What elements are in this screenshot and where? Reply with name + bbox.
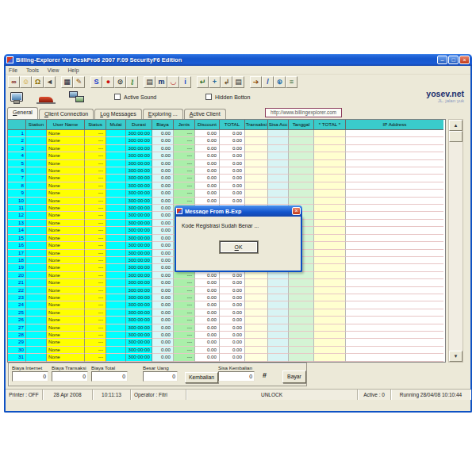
- vertical-scrollbar[interactable]: ▲ ▼: [448, 119, 463, 363]
- table-row[interactable]: 23None---300:00:000.00---0.000.00: [8, 294, 445, 301]
- network-icon[interactable]: [69, 91, 86, 105]
- biaya-total-input[interactable]: 0: [91, 371, 128, 382]
- cell-status: ---: [85, 294, 106, 301]
- menu-view[interactable]: View: [48, 67, 60, 73]
- column-header[interactable]: Tanggal: [289, 120, 314, 130]
- column-header[interactable]: Sisa Acc: [268, 120, 289, 130]
- table-row[interactable]: 30None---300:00:000.00---0.000.00: [8, 347, 445, 354]
- cell-durasi: 300:00:00: [126, 205, 152, 212]
- table-row[interactable]: 24None---300:00:000.00---0.000.00: [8, 301, 445, 309]
- table-row[interactable]: 1None---300:00:000.00---0.000.00: [8, 130, 445, 137]
- checkbox-icon[interactable]: [114, 94, 121, 100]
- menu-tools[interactable]: Tools: [26, 67, 39, 73]
- biaya-transaksi-input[interactable]: 0: [52, 371, 88, 382]
- scroll-up-icon[interactable]: ▲: [449, 120, 463, 131]
- smiley-icon[interactable]: ☺: [20, 76, 32, 88]
- column-header[interactable]: Station: [26, 120, 47, 130]
- redo-icon[interactable]: ↲: [221, 76, 232, 88]
- pen-icon[interactable]: ✎: [73, 76, 85, 88]
- kembalian-button[interactable]: Kembalian: [185, 372, 218, 383]
- key-icon[interactable]: ⚷: [126, 76, 138, 88]
- tab-exploring[interactable]: Exploring ...: [143, 109, 183, 119]
- table-row[interactable]: 20None---300:00:000.00---0.000.00: [8, 272, 445, 279]
- table-row[interactable]: 4None---300:00:000.00---0.000.00: [8, 152, 445, 159]
- network-monitor-2: [75, 96, 84, 102]
- info-icon[interactable]: i: [179, 76, 191, 88]
- find-icon[interactable]: ∞: [8, 76, 20, 88]
- table-row[interactable]: 27None---300:00:000.00---0.000.00: [8, 324, 445, 332]
- minimize-icon[interactable]: –: [437, 56, 447, 64]
- scroll-down-icon[interactable]: ▼: [449, 351, 463, 362]
- menu-file[interactable]: File: [9, 67, 17, 73]
- computer-icon[interactable]: [10, 92, 23, 102]
- column-header[interactable]: * TOTAL *: [314, 120, 346, 130]
- column-header[interactable]: Mulai: [106, 120, 126, 130]
- column-header[interactable]: User Name: [47, 120, 85, 130]
- url-box[interactable]: http://www.billingexplorer.com: [265, 108, 342, 117]
- page-icon[interactable]: ≡: [286, 76, 298, 88]
- printer-dark-icon[interactable]: ▦: [61, 76, 73, 88]
- lock-icon[interactable]: Ω: [32, 76, 44, 88]
- cell-transaksi: [245, 152, 268, 159]
- maximize-icon[interactable]: □: [448, 56, 459, 64]
- column-header[interactable]: [8, 120, 26, 130]
- column-header[interactable]: Discount: [195, 120, 220, 130]
- scroll-thumb[interactable]: [449, 131, 463, 142]
- dialog-close-icon[interactable]: ×: [292, 207, 301, 215]
- globe-icon[interactable]: ⊕: [274, 76, 286, 88]
- column-header[interactable]: TOTAL: [220, 120, 245, 130]
- table-row[interactable]: 25None---300:00:000.00---0.000.00: [8, 309, 445, 317]
- bayar-button[interactable]: Bayar: [282, 370, 306, 383]
- active-sound-checkbox[interactable]: Active Sound: [114, 94, 156, 100]
- tab-active-client[interactable]: Active Client: [184, 109, 226, 119]
- server-icon[interactable]: S: [90, 76, 102, 88]
- table-row[interactable]: 31None---300:00:000.00---0.000.00: [8, 354, 445, 361]
- move-icon[interactable]: +: [209, 76, 221, 88]
- table-row[interactable]: 5None---300:00:000.00---0.000.00: [8, 160, 445, 167]
- column-header[interactable]: Biaya: [152, 120, 174, 130]
- undo-icon[interactable]: ↵: [197, 76, 209, 88]
- column-header[interactable]: Transaksi: [245, 120, 268, 130]
- table-row[interactable]: 10None---300:00:000.00---0.000.00: [8, 198, 445, 205]
- table-row[interactable]: 7None---300:00:000.00---0.000.00: [8, 175, 445, 182]
- hidden-botton-checkbox[interactable]: Hidden Botton: [205, 94, 250, 100]
- print2-icon[interactable]: ▤: [232, 76, 244, 88]
- exit-icon[interactable]: ➔: [250, 76, 262, 88]
- table-row[interactable]: 28None---300:00:000.00---0.000.00: [8, 332, 445, 339]
- table-row[interactable]: 2None---300:00:000.00---0.000.00: [8, 137, 445, 144]
- cell-status: ---: [85, 324, 106, 332]
- stop-icon[interactable]: ●: [102, 76, 114, 88]
- chat-icon[interactable]: ◡: [167, 76, 179, 88]
- mute-icon[interactable]: ◄: [44, 76, 56, 88]
- table-row[interactable]: 9None---300:00:000.00---0.000.00: [8, 190, 445, 197]
- timer-icon[interactable]: ⊙: [114, 76, 126, 88]
- tab-log-messages[interactable]: Log Messages: [94, 109, 142, 119]
- table-row[interactable]: 3None---300:00:000.00---0.000.00: [8, 145, 445, 152]
- tab-client-connection[interactable]: Client Connection: [39, 109, 94, 119]
- checkbox-icon[interactable]: [205, 94, 212, 100]
- besar-uang-input[interactable]: 0: [143, 371, 178, 382]
- column-header[interactable]: Durasi: [126, 120, 152, 130]
- table-row[interactable]: 8None---300:00:000.00---0.000.00: [8, 182, 445, 190]
- column-header[interactable]: Jenis: [174, 120, 195, 130]
- close-icon[interactable]: ×: [459, 56, 470, 64]
- table-row[interactable]: 6None---300:00:000.00---0.000.00: [8, 167, 445, 175]
- column-header[interactable]: IP Address: [346, 120, 443, 130]
- dialog-titlebar[interactable]: Message From B-Exp ×: [175, 205, 302, 217]
- sisa-kembalian-input[interactable]: 0: [218, 371, 255, 382]
- edit-icon[interactable]: /: [262, 76, 274, 88]
- column-header[interactable]: Status: [85, 120, 106, 130]
- ok-button[interactable]: OK: [220, 241, 258, 253]
- users-icon[interactable]: m: [155, 76, 167, 88]
- cell-mulai: [106, 317, 126, 324]
- table-row[interactable]: 21None---300:00:000.00---0.000.00: [8, 279, 445, 286]
- table-row[interactable]: 29None---300:00:000.00---0.000.00: [8, 339, 445, 346]
- biaya-internet-input[interactable]: 0: [12, 371, 48, 382]
- table-row[interactable]: 26None---300:00:000.00---0.000.00: [8, 317, 445, 324]
- mouse-icon[interactable]: [39, 97, 53, 102]
- tab-general[interactable]: General: [7, 107, 38, 119]
- menu-help[interactable]: Help: [67, 67, 79, 73]
- print-icon[interactable]: ▤: [144, 76, 155, 88]
- table-row[interactable]: 22None---300:00:000.00---0.000.00: [8, 287, 445, 294]
- title-bar[interactable]: Billing-Explorer Ver DeskPro6 2007 F.09 …: [4, 54, 472, 66]
